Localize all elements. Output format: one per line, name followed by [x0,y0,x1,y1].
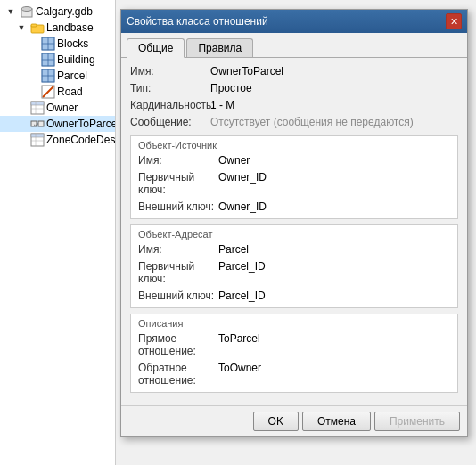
spacer-road [25,85,39,99]
svg-rect-22 [31,102,44,105]
field-row-name: Имя: OwnerToParcel [130,65,458,78]
tree-item-road[interactable]: Road [0,84,115,100]
tree-label-blocks: Blocks [57,37,88,50]
ok-button[interactable]: OK [253,412,299,431]
source-pk-label: Первичный ключ: [138,171,218,196]
tree-item-zonecodeDesc[interactable]: ZoneCodeDesc [0,132,115,148]
tree-label-landbase: Landbase [46,21,94,34]
dest-section-title: Объект-Адресат [138,229,450,240]
spacer-otp [14,117,29,131]
source-section-title: Объект-Источник [138,140,450,151]
field-row-cardinality: Кардинальность: 1 - M [130,99,458,111]
source-fk-value: Owner_ID [218,200,267,213]
dest-name-value: Parcel [218,243,249,256]
field-row-type: Тип: Простое [130,82,458,94]
tree-item-parcel[interactable]: Parcel [0,68,115,84]
svg-text:↔: ↔ [33,122,38,127]
desc-section: Описания Прямое отношение: ToParcel Обра… [130,314,458,393]
tree-label-owner: Owner [46,102,78,114]
dest-fk-row: Внешний ключ: Parcel_ID [138,290,450,302]
dest-pk-label: Первичный ключ: [138,260,218,285]
feature-icon-building [41,53,55,67]
source-name-label: Имя: [138,154,218,167]
source-fk-row: Внешний ключ: Owner_ID [138,200,450,213]
dialog-title: Свойства класса отношений [127,15,268,28]
tree-item-landbase[interactable]: ▼ Landbase [0,20,115,36]
dialog-content: Имя: OwnerToParcel Тип: Простое Кардинал… [121,58,467,405]
apply-button[interactable]: Применить [374,412,460,431]
folder-icon-landbase [30,20,45,35]
source-fk-label: Внешний ключ: [138,200,218,213]
spacer-owner [14,101,29,115]
desc-forward-value: ToParcel [218,332,260,345]
dest-section: Объект-Адресат Имя: Parcel Первичный клю… [130,224,458,308]
database-icon [20,4,34,19]
field-label-type: Тип: [130,82,210,94]
tree-item-ownertoparcel[interactable]: ↔ OwnerToParcel [0,116,115,132]
tree-item-calgary-gdb[interactable]: ▼ Calgary.gdb [0,4,115,20]
tree-label-parcel: Parcel [57,69,87,82]
source-section: Объект-Источник Имя: Owner Первичный клю… [130,135,458,219]
spacer-parcel [25,69,39,83]
table-icon-zcd [30,133,45,147]
dialog-footer: OK Отмена Применить [121,405,467,436]
cancel-button[interactable]: Отмена [302,412,371,431]
svg-rect-30 [31,134,44,137]
field-label-message: Сообщение: [130,116,210,128]
source-name-value: Owner [218,154,250,167]
field-value-type: Простое [210,82,252,94]
dest-pk-value: Parcel_ID [218,260,266,273]
desc-forward-label: Прямое отношение: [138,332,218,357]
close-button[interactable]: ✕ [446,13,462,29]
tree-label-building: Building [57,53,95,66]
tree-item-blocks[interactable]: Blocks [0,36,115,52]
spacer-zcd [14,133,29,147]
svg-point-1 [21,7,32,12]
relation-icon-otp: ↔ [30,117,45,131]
feature-icon-blocks [41,37,55,51]
tab-general[interactable]: Общие [127,38,185,58]
field-row-message: Сообщение: Отсутствует (сообщения не пер… [130,116,458,128]
expand-icon: ▼ [4,4,18,19]
field-value-name: OwnerToParcel [210,65,283,78]
feature-icon-parcel [41,69,55,83]
tab-bar: Общие Правила [121,33,467,58]
spacer-blocks [25,37,39,51]
table-icon-owner [30,101,45,115]
tree-panel: ▼ Calgary.gdb ▼ Landbase [0,0,116,465]
spacer-building [25,53,39,67]
tree-item-building[interactable]: Building [0,52,115,68]
tree-label-road: Road [57,86,83,98]
desc-forward-row: Прямое отношение: ToParcel [138,332,450,357]
dest-fk-value: Parcel_ID [218,290,266,302]
field-value-cardinality: 1 - M [210,99,234,111]
source-pk-value: Owner_ID [218,171,267,184]
field-value-message: Отсутствует (сообщения не передаются) [210,116,414,128]
desc-backward-label: Обратное отношение: [138,362,218,387]
tree-label-ownertoparcel: OwnerToParcel [46,118,116,130]
svg-rect-3 [31,24,37,27]
line-icon-road [41,85,55,99]
dest-name-row: Имя: Parcel [138,243,450,256]
svg-rect-26 [38,121,44,126]
source-name-row: Имя: Owner [138,154,450,167]
field-label-cardinality: Кардинальность: [130,99,210,111]
dest-fk-label: Внешний ключ: [138,290,218,302]
dialog-titlebar: Свойства класса отношений ✕ [121,10,467,33]
source-pk-row: Первичный ключ: Owner_ID [138,171,450,196]
desc-backward-row: Обратное отношение: ToOwner [138,362,450,387]
dest-pk-row: Первичный ключ: Parcel_ID [138,260,450,285]
field-label-name: Имя: [130,65,210,78]
dialog-relationship-properties: Свойства класса отношений ✕ Общие Правил… [120,9,468,437]
desc-section-title: Описания [138,318,450,329]
expand-icon-landbase: ▼ [14,20,29,35]
tree-label-calgary-gdb: Calgary.gdb [36,5,93,18]
tree-label-zonecodeDesc: ZoneCodeDesc [46,134,116,146]
tree-item-owner[interactable]: Owner [0,100,115,116]
tab-rules[interactable]: Правила [186,38,253,57]
desc-backward-value: ToOwner [218,362,261,374]
dest-name-label: Имя: [138,243,218,256]
